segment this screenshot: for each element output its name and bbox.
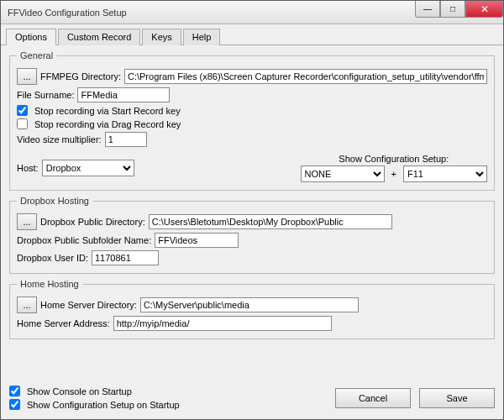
ffmpeg-label: FFMPEG Directory: bbox=[40, 71, 121, 81]
general-group: General ... FFMPEG Directory: File Surna… bbox=[9, 50, 495, 191]
footer-checkboxes: Show Console on Startup Show Configurati… bbox=[9, 383, 327, 412]
general-legend: General bbox=[17, 50, 56, 60]
tab-options[interactable]: Options bbox=[6, 29, 56, 45]
window-title: FFVideo Configuration Setup bbox=[8, 8, 415, 18]
content-area: General ... FFMPEG Directory: File Surna… bbox=[1, 45, 503, 380]
footer: Show Console on Startup Show Configurati… bbox=[1, 380, 503, 419]
home-addr-label: Home Server Address: bbox=[17, 318, 110, 328]
home-dir-label: Home Server Directory: bbox=[40, 300, 137, 310]
dropbox-pubdir-input[interactable] bbox=[149, 214, 392, 229]
show-console-label: Show Console on Startup bbox=[27, 386, 132, 396]
dropbox-browse-button[interactable]: ... bbox=[17, 213, 37, 230]
stop-start-label: Stop recording via Start Record key bbox=[34, 106, 181, 116]
app-window: FFVideo Configuration Setup — □ ✕ Option… bbox=[0, 0, 504, 420]
showcfg-label: Show Configuration Setup: bbox=[339, 154, 449, 164]
window-buttons: — □ ✕ bbox=[415, 1, 503, 24]
dropbox-pubdir-label: Dropbox Public Directory: bbox=[40, 217, 145, 227]
show-cfg-label: Show Configuration Setup on Startup bbox=[27, 400, 180, 410]
plus-label: + bbox=[388, 169, 400, 179]
dropbox-subfolder-label: Dropbox Public Subfolder Name: bbox=[17, 235, 151, 245]
show-cfg-checkbox[interactable] bbox=[9, 399, 20, 410]
host-select[interactable]: Dropbox bbox=[42, 160, 134, 176]
showcfg-key-select[interactable]: F11 bbox=[403, 165, 487, 182]
multiplier-label: Video size multiplier: bbox=[17, 134, 102, 144]
tab-custom-record[interactable]: Custom Record bbox=[58, 29, 140, 45]
minimize-button[interactable]: — bbox=[415, 1, 440, 18]
maximize-button[interactable]: □ bbox=[440, 1, 465, 18]
save-button[interactable]: Save bbox=[419, 388, 495, 408]
home-legend: Home Hosting bbox=[17, 279, 82, 289]
home-browse-button[interactable]: ... bbox=[17, 297, 37, 313]
ffmpeg-input[interactable] bbox=[124, 69, 487, 84]
home-addr-input[interactable] bbox=[113, 316, 332, 331]
tab-keys[interactable]: Keys bbox=[142, 29, 181, 45]
dropbox-userid-label: Dropbox User ID: bbox=[17, 253, 88, 263]
show-console-checkbox[interactable] bbox=[9, 386, 20, 396]
host-label: Host: bbox=[17, 163, 39, 173]
stop-drag-label: Stop recording via Drag Record key bbox=[34, 119, 181, 129]
surname-label: File Surname: bbox=[17, 90, 74, 100]
dropbox-group: Dropbox Hosting ... Dropbox Public Direc… bbox=[9, 196, 495, 274]
dropbox-legend: Dropbox Hosting bbox=[17, 196, 92, 206]
home-dir-input[interactable] bbox=[140, 297, 359, 312]
ffmpeg-browse-button[interactable]: ... bbox=[17, 68, 37, 85]
cancel-button[interactable]: Cancel bbox=[335, 388, 411, 408]
showcfg-mod-select[interactable]: NONE bbox=[301, 165, 385, 182]
multiplier-input[interactable] bbox=[105, 132, 147, 147]
close-button[interactable]: ✕ bbox=[465, 1, 503, 18]
titlebar: FFVideo Configuration Setup — □ ✕ bbox=[1, 1, 503, 24]
tab-help[interactable]: Help bbox=[183, 29, 221, 45]
surname-input[interactable] bbox=[77, 87, 170, 102]
tab-bar: Options Custom Record Keys Help bbox=[1, 24, 503, 45]
dropbox-subfolder-input[interactable] bbox=[155, 233, 239, 248]
stop-drag-checkbox[interactable] bbox=[17, 118, 28, 129]
home-group: Home Hosting ... Home Server Directory: … bbox=[9, 279, 495, 339]
dropbox-userid-input[interactable] bbox=[92, 250, 159, 265]
stop-start-checkbox[interactable] bbox=[17, 105, 28, 116]
